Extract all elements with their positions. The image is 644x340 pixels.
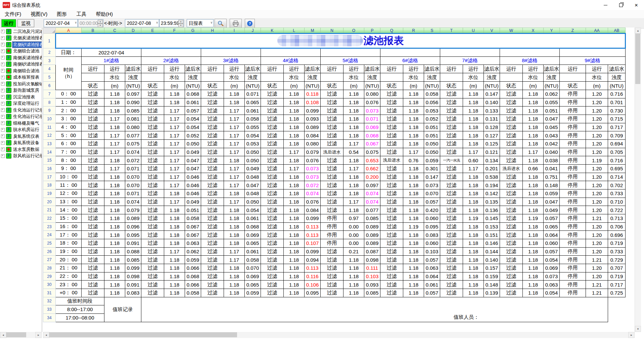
- status-cell[interactable]: 过滤: [500, 222, 523, 231]
- status-cell[interactable]: 过滤: [201, 90, 224, 98]
- column-letter-Y[interactable]: Y: [544, 28, 560, 34]
- water-level-cell[interactable]: 1.18: [104, 247, 125, 256]
- turbidity-cell[interactable]: 0.059: [424, 156, 440, 165]
- status-cell[interactable]: 过滤: [141, 98, 164, 107]
- status-cell[interactable]: 过滤: [321, 156, 343, 165]
- water-level-cell[interactable]: 1.18: [284, 272, 305, 281]
- expand-plus-icon[interactable]: [1, 115, 5, 119]
- status-cell[interactable]: 过滤: [440, 98, 463, 107]
- expand-plus-icon[interactable]: [1, 56, 5, 59]
- water-level-cell[interactable]: 1.17: [343, 198, 364, 206]
- sub-header-cell[interactable]: 运行: [463, 65, 484, 73]
- status-cell[interactable]: 过滤: [201, 198, 224, 206]
- sub-header-cell[interactable]: 运行: [104, 65, 125, 73]
- turbidity-cell[interactable]: 0.058: [245, 115, 261, 123]
- status-cell[interactable]: 过滤: [261, 272, 284, 281]
- water-level-cell[interactable]: 1.18: [343, 131, 364, 140]
- sub-header-cell[interactable]: 运行: [380, 65, 403, 73]
- status-cell[interactable]: 过滤: [321, 264, 343, 272]
- status-cell[interactable]: 过滤: [82, 98, 104, 107]
- turbidity-cell[interactable]: 0.073: [305, 173, 321, 181]
- status-cell[interactable]: 过滤: [440, 140, 463, 148]
- water-level-cell[interactable]: 1.17: [224, 198, 245, 206]
- status-cell[interactable]: 过滤: [440, 115, 463, 123]
- turbidity-cell[interactable]: 0.050: [424, 148, 440, 156]
- water-level-cell[interactable]: 1.18: [224, 264, 245, 272]
- status-cell[interactable]: 停用: [560, 165, 586, 173]
- status-cell[interactable]: 过滤: [321, 281, 343, 289]
- water-level-cell[interactable]: 1.18: [284, 281, 305, 289]
- status-cell[interactable]: 过滤: [261, 222, 284, 231]
- status-cell[interactable]: 过滤: [261, 148, 284, 156]
- turbidity-cell[interactable]: 0.111: [364, 264, 380, 272]
- sub-header-cell[interactable]: 滤后水: [544, 65, 560, 73]
- status-cell[interactable]: 过滤: [380, 173, 403, 181]
- scroll-right-icon[interactable]: ▸: [35, 332, 42, 338]
- turbidity-cell[interactable]: 0.128: [484, 123, 500, 131]
- time-cell[interactable]: 13： 00: [56, 198, 82, 206]
- water-level-cell[interactable]: 1.20: [586, 165, 608, 173]
- water-level-cell[interactable]: 1.18: [104, 198, 125, 206]
- turbidity-cell[interactable]: 0.705: [608, 148, 626, 156]
- scroll-up-icon[interactable]: ▴: [635, 28, 641, 34]
- turbidity-cell[interactable]: 0.717: [608, 123, 626, 131]
- status-cell[interactable]: 过滤: [141, 189, 164, 198]
- water-level-cell[interactable]: 1.18: [284, 222, 305, 231]
- turbidity-cell[interactable]: 0.093: [364, 281, 380, 289]
- tree-item-5[interactable]: F南侧砂滤池报表: [0, 61, 42, 68]
- turbidity-cell[interactable]: 0.107: [305, 239, 321, 248]
- column-letter-E[interactable]: E: [141, 28, 164, 34]
- status-cell[interactable]: 过滤: [440, 239, 463, 248]
- status-cell[interactable]: 停用: [560, 247, 586, 256]
- monitor-button[interactable]: 监视: [17, 19, 34, 27]
- status-cell[interactable]: 过滤: [380, 115, 403, 123]
- status-cell[interactable]: 过滤: [380, 107, 403, 115]
- turbidity-cell[interactable]: 0.085: [125, 256, 141, 264]
- status-cell[interactable]: 过滤: [500, 123, 523, 131]
- status-cell[interactable]: 过滤: [261, 247, 284, 256]
- turbidity-cell[interactable]: 0.049: [544, 206, 560, 214]
- status-cell[interactable]: 洗后进水: [321, 148, 343, 156]
- turbidity-cell[interactable]: 0.073: [364, 107, 380, 115]
- sub-header-cell[interactable]: 浊度: [608, 73, 626, 82]
- sub-header-cell[interactable]: 浊度: [245, 73, 261, 82]
- status-cell[interactable]: 过滤: [261, 98, 284, 107]
- status-cell[interactable]: 过滤: [261, 131, 284, 140]
- tree-item-18[interactable]: 送水泵房数据: [0, 146, 42, 153]
- water-level-cell[interactable]: 1.18: [463, 222, 484, 231]
- water-level-cell[interactable]: 1.20: [586, 98, 608, 107]
- status-cell[interactable]: 过滤: [82, 156, 104, 165]
- water-level-cell[interactable]: 1.18: [343, 281, 364, 289]
- status-cell[interactable]: 过滤: [380, 214, 403, 223]
- filter-group-header-2[interactable]: 2#滤格: [141, 57, 201, 65]
- sub-header-cell[interactable]: 运行: [586, 65, 608, 73]
- status-cell[interactable]: 过滤: [82, 90, 104, 98]
- water-level-cell[interactable]: 1.18: [164, 272, 185, 281]
- date-from-combobox[interactable]: 2022-07-04 ∨: [44, 19, 78, 27]
- time-cell[interactable]: 12： 00: [56, 189, 82, 198]
- water-level-cell[interactable]: 1.17: [224, 148, 245, 156]
- sub-header-cell[interactable]: (NTU): [125, 82, 141, 90]
- water-level-cell[interactable]: 1.18: [403, 264, 424, 272]
- status-cell[interactable]: 过滤: [380, 231, 403, 239]
- sub-header-cell[interactable]: (m): [586, 82, 608, 90]
- water-level-cell[interactable]: 0.60: [463, 156, 484, 165]
- tree-item-12[interactable]: F生化池运行记录: [0, 107, 42, 114]
- column-letter-S[interactable]: S: [424, 28, 440, 34]
- turbidity-cell[interactable]: 0.702: [608, 181, 626, 189]
- turbidity-cell[interactable]: 0.047: [544, 115, 560, 123]
- turbidity-cell[interactable]: 0.133: [484, 107, 500, 115]
- time-from-spinner[interactable]: 00:00:00 ▴▾: [78, 19, 103, 27]
- turbidity-cell[interactable]: 0.061: [185, 98, 201, 107]
- status-cell[interactable]: 过滤: [440, 198, 463, 206]
- water-level-cell[interactable]: 1.18: [104, 90, 125, 98]
- status-cell[interactable]: 停用: [560, 115, 586, 123]
- status-cell[interactable]: 过滤: [141, 214, 164, 223]
- water-level-cell[interactable]: 1.18: [164, 189, 185, 198]
- time-cell[interactable]: 17： 00: [56, 231, 82, 239]
- turbidity-cell[interactable]: 0.089: [125, 214, 141, 223]
- turbidity-cell[interactable]: 0.085: [125, 107, 141, 115]
- turbidity-cell[interactable]: 0.715: [608, 115, 626, 123]
- turbidity-cell[interactable]: 0.058: [424, 90, 440, 98]
- turbidity-cell[interactable]: 0.093: [305, 115, 321, 123]
